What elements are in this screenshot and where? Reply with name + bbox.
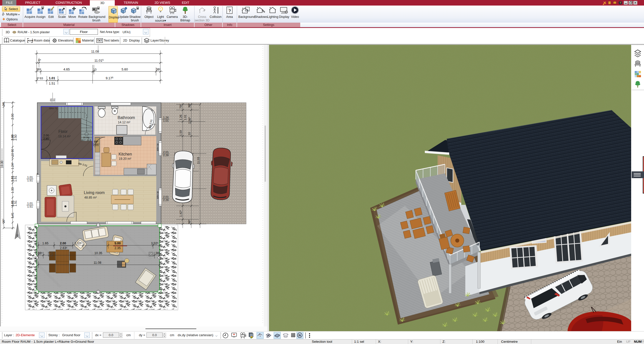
svg-text:1.51: 1.51	[27, 179, 33, 182]
svg-text:11.08: 11.08	[91, 50, 99, 53]
svg-text:2.00: 2.00	[11, 113, 14, 120]
svg-text:ROOM: ROOM	[28, 40, 33, 42]
svg-text:1.01: 1.01	[27, 176, 33, 179]
svg-text:14.12 m²: 14.12 m²	[118, 121, 130, 124]
svg-text:16 stg: 16 stg	[83, 136, 89, 139]
svg-text:Floor: Floor	[58, 129, 68, 134]
svg-text:10.30: 10.30	[0, 161, 4, 168]
svg-text:1.65: 1.65	[42, 242, 48, 245]
svg-text:?: ?	[229, 9, 231, 13]
svg-text:1.01: 1.01	[184, 115, 187, 120]
svg-text:5.00: 5.00	[115, 242, 121, 245]
svg-text:BRH 75: BRH 75	[49, 107, 57, 110]
svg-text:1.33: 1.33	[11, 187, 14, 193]
svg-text:10 90: 10 90	[11, 149, 14, 157]
svg-text:48.85 m²: 48.85 m²	[84, 196, 97, 199]
svg-text:6583: 6583	[37, 77, 43, 80]
svg-text:2.00: 2.00	[43, 134, 49, 137]
svg-text:18.14 m²: 18.14 m²	[58, 135, 70, 138]
svg-text:N: N	[16, 234, 18, 237]
svg-text:2.00: 2.00	[60, 242, 66, 245]
svg-text:11.015: 11.015	[94, 59, 104, 62]
svg-text:Living room: Living room	[84, 190, 105, 195]
svg-text:4.65: 4.65	[63, 67, 70, 71]
svg-text:1.51: 1.51	[14, 200, 17, 206]
svg-text:1.41: 1.41	[11, 212, 14, 218]
svg-text:2.50: 2.50	[14, 134, 17, 140]
svg-text:1.26: 1.26	[163, 116, 169, 119]
svg-text:10.35: 10.35	[94, 251, 102, 255]
svg-text:2.01: 2.01	[163, 195, 169, 198]
svg-text:TXT: TXT	[97, 39, 102, 42]
svg-text:N: N	[298, 333, 301, 337]
svg-text:1.01: 1.01	[163, 119, 169, 122]
svg-text:2.01: 2.01	[163, 150, 169, 154]
svg-text:1.01: 1.01	[49, 76, 55, 80]
svg-text:1.01: 1.01	[27, 202, 33, 205]
svg-text:1.26: 1.26	[179, 115, 182, 120]
svg-text:11.08: 11.08	[94, 261, 101, 264]
svg-text:2.80: 2.80	[43, 137, 49, 140]
svg-text:2.26: 2.26	[163, 154, 169, 157]
svg-text:1.51: 1.51	[27, 205, 33, 208]
svg-text:5.60: 5.60	[122, 67, 128, 71]
svg-text:10: 10	[188, 132, 191, 135]
svg-text:1.59: 1.59	[179, 130, 182, 136]
svg-text:1.51: 1.51	[49, 82, 55, 85]
svg-text:?: ?	[620, 1, 621, 4]
svg-text:10: 10	[93, 68, 97, 71]
svg-text:Kitchen: Kitchen	[119, 152, 132, 156]
svg-text:2.26: 2.26	[163, 199, 169, 202]
svg-text:2.35: 2.35	[115, 246, 121, 250]
svg-text:18.7 25.5: 18.7 25.5	[81, 139, 91, 141]
svg-text:Bathroom: Bathroom	[118, 116, 135, 120]
svg-text:1.51: 1.51	[14, 176, 17, 182]
svg-text:11.03: 11.03	[197, 157, 200, 164]
svg-text:19.20 m²: 19.20 m²	[119, 157, 131, 161]
